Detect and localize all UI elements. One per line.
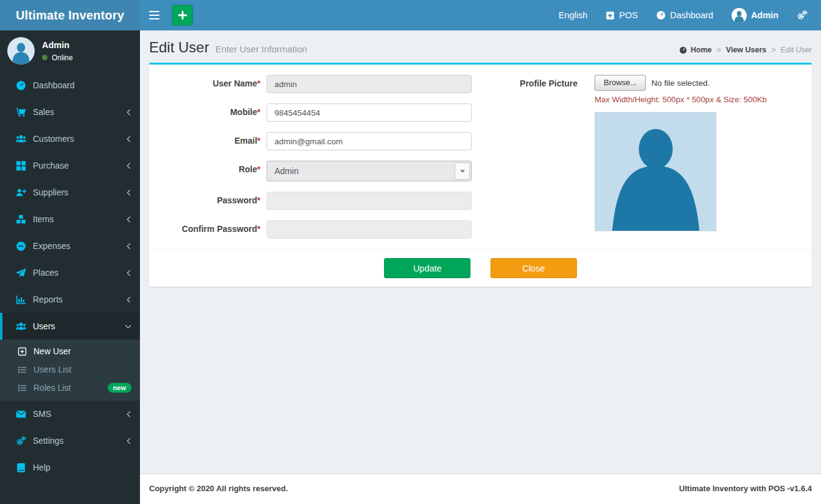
sidebar-item-help[interactable]: Help <box>0 454 140 481</box>
envelope-icon <box>16 409 26 419</box>
cart-icon <box>16 107 26 117</box>
breadcrumb-home[interactable]: Home <box>679 46 712 54</box>
pos-link[interactable]: POS <box>606 10 638 20</box>
chevron-left-icon <box>126 438 131 444</box>
sidebar-menu: Dashboard Sales Customers <box>0 72 140 481</box>
chevron-left-icon <box>126 109 131 116</box>
form-fields: User Name* Mobile* <box>149 75 473 243</box>
sidebar-item-suppliers[interactable]: Suppliers <box>0 179 140 206</box>
gears-icon <box>797 10 808 21</box>
plus-square-icon <box>18 347 27 356</box>
chevron-left-icon <box>126 411 131 418</box>
close-button[interactable]: Close <box>491 258 577 278</box>
sidebar-item-reports[interactable]: Reports <box>0 286 140 313</box>
dashboard-icon <box>656 10 666 20</box>
tachometer-icon <box>16 80 26 91</box>
file-status-text: No file selected. <box>651 79 710 88</box>
users-icon <box>16 321 26 332</box>
sidebar-item-sales[interactable]: Sales <box>0 99 140 125</box>
role-select[interactable]: Admin <box>267 161 472 181</box>
brand-logo[interactable]: Ultimate Inventory <box>0 0 140 30</box>
bar-chart-icon <box>16 295 26 305</box>
role-label: Role* <box>149 161 267 181</box>
upload-hint: Max Width/Height: 500px * 500px & Size: … <box>595 95 767 104</box>
profile-picture-preview <box>595 112 716 231</box>
sidebar-item-places[interactable]: Places <box>0 259 140 286</box>
settings-gears-button[interactable] <box>797 10 808 21</box>
chevron-left-icon <box>126 163 131 169</box>
sidebar-item-expenses[interactable]: Expenses <box>0 233 140 259</box>
page-subtitle: Enter User Information <box>215 44 307 54</box>
sidebar-item-sms[interactable]: SMS <box>0 401 140 427</box>
mobile-label: Mobile* <box>149 103 267 122</box>
sidebar: Admin Online Dashboard <box>0 30 140 504</box>
page-footer: Copyright © 2020 All rights reserved. Ul… <box>140 474 821 504</box>
chevron-left-icon <box>126 136 131 142</box>
update-button[interactable]: Update <box>384 258 470 278</box>
mobile-input[interactable] <box>267 103 472 122</box>
plus-icon <box>178 10 187 20</box>
breadcrumb: Home > View Users > Edit User <box>679 46 812 54</box>
cubes-icon <box>16 214 26 225</box>
dashboard-link[interactable]: Dashboard <box>656 10 713 20</box>
sidebar-item-customers[interactable]: Customers <box>0 125 140 152</box>
chevron-left-icon <box>126 189 131 196</box>
email-label: Email* <box>149 132 267 150</box>
password-label: Password* <box>149 192 267 210</box>
navbar-right: English POS Dashboard <box>559 8 821 23</box>
content-header: Edit User Enter User Information Home > … <box>140 30 821 63</box>
profile-picture-section: Profile Picture Browse... No file select… <box>473 75 803 243</box>
sidebar-item-items[interactable]: Items <box>0 206 140 233</box>
user-plus-icon <box>16 187 26 198</box>
grid-icon <box>16 161 26 171</box>
select-dropdown-button[interactable] <box>455 163 470 180</box>
language-menu[interactable]: English <box>559 10 588 20</box>
chevron-left-icon <box>126 243 131 250</box>
confirm-password-input[interactable] <box>267 220 472 239</box>
chevron-down-icon <box>125 324 131 329</box>
email-input[interactable] <box>267 132 472 150</box>
chevron-left-icon <box>126 216 131 223</box>
caret-down-icon <box>460 170 465 173</box>
profile-status[interactable]: Online <box>42 54 73 62</box>
sidebar-item-settings[interactable]: Settings <box>0 427 140 454</box>
sidebar-item-users[interactable]: Users <box>0 313 140 340</box>
profile-picture-label: Profile Picture <box>473 75 595 243</box>
main-content: Edit User Enter User Information Home > … <box>140 30 821 504</box>
password-input[interactable] <box>267 192 472 210</box>
form-actions: Update Close <box>149 250 812 287</box>
breadcrumb-view-users[interactable]: View Users <box>726 46 766 54</box>
profile-avatar <box>7 37 35 65</box>
breadcrumb-current: Edit User <box>781 46 812 54</box>
sidebar-toggle-button[interactable] <box>140 0 168 30</box>
version-text: Ultimate Inventory with POS -v1.6.4 <box>679 484 812 494</box>
sidebar-item-dashboard[interactable]: Dashboard <box>0 72 140 99</box>
online-status-dot <box>42 55 47 60</box>
user-menu[interactable]: Admin <box>732 8 778 23</box>
plus-square-icon <box>606 11 615 20</box>
book-icon <box>16 463 26 473</box>
user-avatar <box>732 8 747 23</box>
page-title: Edit User <box>149 39 209 56</box>
chevron-left-icon <box>126 270 131 276</box>
browse-button[interactable]: Browse... <box>595 75 646 91</box>
quick-add-button[interactable] <box>172 5 193 26</box>
app-window: Ultimate Inventory English POS <box>0 0 821 504</box>
sidebar-profile: Admin Online <box>0 30 140 72</box>
edit-user-form-box: User Name* Mobile* <box>149 63 812 287</box>
user-name-label: User Name* <box>149 75 267 93</box>
gears-icon <box>16 436 26 446</box>
copyright-text: Copyright © 2020 All rights reserved. <box>149 484 288 494</box>
confirm-password-label: Confirm Password* <box>149 220 267 239</box>
sidebar-item-purchase[interactable]: Purchase <box>0 152 140 179</box>
submenu-item-roles-list[interactable]: Roles List new <box>0 379 140 397</box>
paper-plane-icon <box>16 268 26 278</box>
users-icon <box>16 134 26 144</box>
submenu-item-users-list[interactable]: Users List <box>0 360 140 379</box>
users-submenu: New User Users List Ro <box>0 340 140 401</box>
minus-circle-icon <box>16 241 26 251</box>
top-navbar: English POS Dashboard <box>140 0 821 30</box>
profile-name: Admin <box>42 40 73 50</box>
submenu-item-new-user[interactable]: New User <box>0 342 140 360</box>
chevron-left-icon <box>126 296 131 303</box>
